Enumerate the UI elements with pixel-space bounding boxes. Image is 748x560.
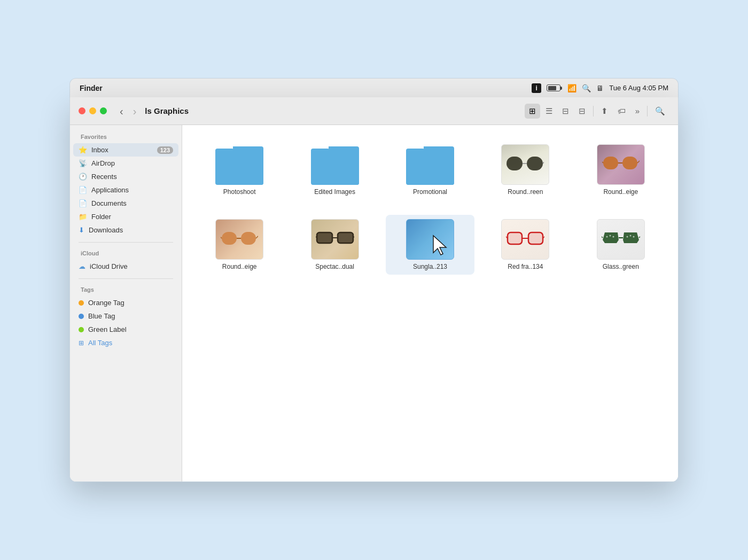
more-button[interactable]: » — [631, 104, 644, 118]
sidebar: Favorites ⭐ Inbox 123 📡 AirDrop 🕐 Recent… — [70, 125, 182, 481]
sidebar-item-icloud-drive[interactable]: ☁ iCloud Drive — [73, 260, 178, 273]
svg-line-38 — [639, 235, 640, 238]
image-glassgreen-thumb — [597, 219, 645, 260]
list-item[interactable]: Sungla..213 — [386, 215, 474, 275]
orange-tag-dot — [79, 300, 84, 306]
image-redfra-thumb — [501, 219, 549, 260]
toolbar-actions: ⊞ ☰ ⊟ ⊟ ⬆ 🏷 » 🔍 — [525, 104, 669, 119]
applications-icon: 📄 — [79, 186, 87, 194]
list-item[interactable]: Red fra..134 — [481, 215, 570, 275]
sidebar-item-documents-label: Documents — [91, 199, 173, 207]
green-label-label: Green Label — [88, 325, 127, 333]
file-label: Edited Images — [314, 188, 355, 196]
close-button[interactable] — [79, 107, 85, 114]
main-content: Photoshoot Edited Images — [182, 125, 678, 481]
svg-point-35 — [633, 236, 634, 238]
sidebar-item-inbox-label: Inbox — [91, 146, 153, 154]
svg-point-34 — [629, 235, 631, 237]
list-item[interactable]: Round..eige — [576, 140, 665, 200]
svg-marker-22 — [433, 236, 446, 255]
folder-promotional-icon — [406, 144, 454, 185]
display-icon: 🖥 — [596, 84, 604, 92]
list-item[interactable]: Round..reen — [481, 140, 570, 200]
file-grid: Photoshoot Edited Images — [195, 140, 665, 275]
svg-rect-17 — [317, 232, 332, 243]
folder-sidebar-icon: 📁 — [79, 213, 87, 221]
list-item[interactable]: Promotional — [386, 140, 474, 200]
toolbar-search-button[interactable]: 🔍 — [651, 104, 669, 119]
downloads-icon: ⬇ — [79, 226, 84, 234]
share-button[interactable]: ⬆ — [597, 104, 612, 119]
sidebar-item-applications[interactable]: 📄 Applications — [73, 183, 178, 197]
svg-line-13 — [221, 236, 222, 238]
gallery-view-button[interactable]: ⊟ — [574, 104, 590, 119]
list-item[interactable]: Glass..green — [576, 215, 665, 275]
blue-tag-dot — [79, 314, 84, 319]
sidebar-item-orange-tag[interactable]: Orange Tag — [73, 296, 178, 309]
svg-point-30 — [606, 236, 607, 238]
sidebar-item-downloads[interactable]: ⬇ Downloads — [73, 223, 178, 237]
icon-view-button[interactable]: ⊞ — [525, 104, 540, 119]
sidebar-item-folder[interactable]: 📁 Folder — [73, 210, 178, 223]
inbox-icon: ⭐ — [79, 146, 87, 154]
all-tags-label: All Tags — [88, 339, 112, 347]
inbox-badge: 123 — [157, 146, 173, 154]
svg-point-32 — [612, 236, 614, 238]
image-round-beige2-thumb — [215, 219, 263, 260]
list-item[interactable]: Photoshoot — [195, 140, 284, 200]
favorites-section-title: Favorites — [70, 131, 182, 143]
all-tags-icon: ⊞ — [79, 339, 84, 347]
svg-line-14 — [256, 236, 258, 238]
svg-line-4 — [543, 160, 544, 164]
file-label: Glass..green — [603, 263, 639, 270]
file-label: Round..reen — [508, 188, 543, 196]
maximize-button[interactable] — [100, 107, 107, 114]
info-icon[interactable]: i — [532, 83, 541, 93]
documents-icon: 📄 — [79, 199, 87, 207]
svg-line-37 — [602, 235, 603, 238]
search-icon[interactable]: 🔍 — [582, 84, 591, 92]
svg-point-31 — [609, 235, 611, 237]
tags-button[interactable]: 🏷 — [613, 104, 630, 118]
svg-rect-10 — [222, 232, 237, 245]
wifi-icon: 📶 — [567, 84, 576, 92]
recents-icon: 🕐 — [79, 173, 87, 181]
list-item[interactable]: Edited Images — [290, 140, 379, 200]
sidebar-item-documents[interactable]: 📄 Documents — [73, 197, 178, 210]
file-label: Round..eige — [222, 263, 257, 270]
sidebar-item-green-label[interactable]: Green Label — [73, 323, 178, 336]
sidebar-item-all-tags[interactable]: ⊞ All Tags — [73, 336, 178, 349]
app-name: Finder — [80, 84, 103, 92]
menu-bar: Finder i 📶 🔍 🖥 Tue 6 Aug 4:05 PM — [69, 78, 679, 97]
sidebar-item-inbox[interactable]: ⭐ Inbox 123 — [73, 143, 178, 157]
traffic-lights — [79, 107, 107, 114]
back-button[interactable]: ‹ — [116, 105, 127, 118]
sidebar-item-downloads-label: Downloads — [89, 226, 173, 234]
toolbar: ‹ › ls Graphics ⊞ ☰ ⊟ ⊟ ⬆ 🏷 » 🔍 — [70, 97, 678, 125]
file-label: Red fra..134 — [508, 263, 543, 270]
column-view-button[interactable]: ⊟ — [558, 104, 573, 119]
icloud-icon: ☁ — [79, 262, 85, 270]
list-view-button[interactable]: ☰ — [541, 104, 557, 119]
image-round-beige-thumb — [597, 144, 645, 185]
folder-edited-icon — [311, 144, 359, 185]
minimize-button[interactable] — [89, 107, 96, 114]
svg-rect-0 — [507, 157, 523, 170]
svg-point-33 — [626, 236, 628, 238]
menu-bar-right: i 📶 🔍 🖥 Tue 6 Aug 4:05 PM — [532, 83, 668, 93]
file-label: Photoshoot — [223, 188, 256, 196]
sidebar-item-recents[interactable]: 🕐 Recents — [73, 170, 178, 183]
list-item[interactable]: Round..eige — [195, 215, 284, 275]
sidebar-item-icloud-label: iCloud Drive — [90, 262, 173, 270]
image-round-green-thumb — [501, 144, 549, 185]
sidebar-item-airdrop[interactable]: 📡 AirDrop — [73, 157, 178, 170]
forward-button[interactable]: › — [130, 105, 140, 118]
finder-window: ‹ › ls Graphics ⊞ ☰ ⊟ ⊟ ⬆ 🏷 » 🔍 Favorite… — [69, 97, 679, 482]
svg-rect-26 — [528, 232, 543, 244]
svg-rect-25 — [508, 232, 522, 244]
menu-datetime: Tue 6 Aug 4:05 PM — [609, 84, 668, 92]
sidebar-item-blue-tag[interactable]: Blue Tag — [73, 309, 178, 323]
sidebar-item-folder-label: Folder — [91, 213, 173, 221]
svg-rect-1 — [527, 157, 543, 170]
list-item[interactable]: Spectac..dual — [290, 215, 379, 275]
